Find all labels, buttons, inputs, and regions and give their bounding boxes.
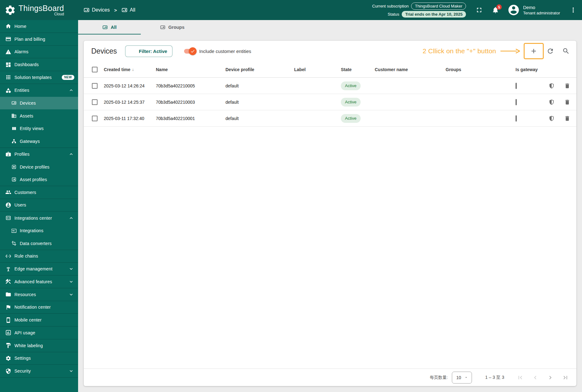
- device-profile-icon: [11, 164, 17, 170]
- annotation-text: 2 Cllick on the "+" button: [423, 47, 496, 55]
- cell-created-time: 2025-03-11 17:32:40: [104, 116, 156, 121]
- thingsboard-logo[interactable]: ThingsBoard Cloud: [4, 4, 64, 16]
- notifications-bell-icon[interactable]: 5: [492, 6, 499, 14]
- sidebar-item-label: Dashboards: [14, 62, 39, 67]
- select-all-checkbox[interactable]: [92, 67, 98, 72]
- sidebar-item-label: Plan and billing: [14, 37, 45, 42]
- user-info[interactable]: Demo Tenant administrator: [523, 5, 560, 15]
- cell-device-profile: default: [225, 83, 294, 88]
- sidebar-item-label: Devices: [20, 101, 36, 106]
- more-menu-icon[interactable]: [569, 6, 577, 14]
- delete-device-trash-icon[interactable]: [564, 83, 570, 89]
- previous-page-icon[interactable]: [532, 374, 539, 381]
- category-icon: [5, 87, 11, 93]
- sidebar-item-solution-templates[interactable]: Solution templatesNEW: [0, 71, 78, 84]
- subscription-chip[interactable]: ThingsBoard Cloud Maker: [411, 3, 466, 10]
- sidebar-item-devices[interactable]: Devices: [0, 97, 78, 110]
- tab-groups[interactable]: Groups: [141, 20, 204, 34]
- annotation-highlight-box: [524, 43, 544, 59]
- row-checkbox[interactable]: [92, 99, 98, 105]
- sidebar-item-plan-and-billing[interactable]: Plan and billing: [0, 33, 78, 46]
- breadcrumb-all[interactable]: All: [130, 7, 135, 13]
- refresh-button[interactable]: [547, 47, 554, 55]
- sidebar-item-notification-center[interactable]: Notification center: [0, 301, 78, 314]
- sidebar-item-asset-profiles[interactable]: Asset profiles: [0, 173, 78, 186]
- sidebar-item-device-profiles[interactable]: Device profiles: [0, 160, 78, 173]
- last-page-icon[interactable]: [562, 374, 569, 381]
- user-name: Demo: [523, 5, 560, 10]
- sidebar-item-label: Entity views: [20, 126, 44, 131]
- sidebar-item-rule-chains[interactable]: Rule chains: [0, 250, 78, 263]
- column-header-customer-name[interactable]: Customer name: [375, 67, 446, 72]
- state-badge: Active: [341, 98, 361, 107]
- sidebar-item-profiles[interactable]: Profiles: [0, 148, 78, 161]
- column-header-groups[interactable]: Groups: [446, 67, 516, 72]
- sidebar-item-dashboards[interactable]: Dashboards: [0, 58, 78, 71]
- manage-credentials-shield-icon[interactable]: [548, 83, 555, 89]
- sidebar-item-white-labeling[interactable]: White labeling: [0, 339, 78, 352]
- fullscreen-icon[interactable]: [475, 6, 483, 14]
- delete-device-trash-icon[interactable]: [564, 115, 570, 122]
- filter-button[interactable]: Filter: Active: [125, 45, 172, 57]
- badge-card-icon: [5, 151, 11, 157]
- column-header-label[interactable]: Label: [294, 67, 341, 72]
- sidebar-item-integrations[interactable]: Integrations: [0, 224, 78, 237]
- sidebar-item-home[interactable]: Home: [0, 20, 78, 33]
- sidebar-item-alarms[interactable]: Alarms: [0, 46, 78, 59]
- sidebar-item-mobile-center[interactable]: Mobile center: [0, 314, 78, 327]
- all-breadcrumb-icon: [121, 7, 128, 13]
- device-row-70b3d5a402210001[interactable]: 2025-03-11 17:32:4070b3d5a402210001defau…: [84, 110, 576, 127]
- sidebar-item-assets[interactable]: Assets: [0, 109, 78, 122]
- column-header-name[interactable]: Name: [156, 67, 225, 72]
- sidebar-item-label: Asset profiles: [20, 177, 47, 182]
- delete-device-trash-icon[interactable]: [564, 99, 570, 105]
- device-row-70b3d5a402210005[interactable]: 2025-03-12 14:26:2470b3d5a402210005defau…: [84, 78, 576, 94]
- sidebar-item-advanced-features[interactable]: Advanced features: [0, 275, 78, 288]
- sort-desc-icon: ↓: [132, 67, 134, 72]
- sidebar-item-edge-management[interactable]: Edge management: [0, 263, 78, 275]
- state-badge: Active: [341, 81, 361, 90]
- row-checkbox[interactable]: [92, 116, 98, 121]
- device-row-70b3d5a402210003[interactable]: 2025-03-12 14:25:3770b3d5a402210003defau…: [84, 94, 576, 110]
- sidebar-item-security[interactable]: Security: [0, 365, 78, 378]
- include-customer-entities-toggle[interactable]: [184, 49, 196, 54]
- sidebar-item-entities[interactable]: Entities: [0, 84, 78, 97]
- column-header-label: Created time: [104, 67, 130, 72]
- column-header-label: Groups: [446, 67, 461, 72]
- sidebar-item-integrations-center[interactable]: Integrations center: [0, 212, 78, 224]
- breadcrumb-devices[interactable]: Devices: [92, 7, 110, 13]
- sidebar-item-customers[interactable]: Customers: [0, 186, 78, 199]
- sidebar-item-api-usage[interactable]: API usage: [0, 327, 78, 339]
- antenna-icon: [5, 266, 11, 272]
- sidebar-item-data-converters[interactable]: Data converters: [0, 237, 78, 250]
- is-gateway-checkbox[interactable]: [516, 99, 517, 105]
- column-header-label: Label: [294, 67, 306, 72]
- first-page-icon[interactable]: [517, 374, 524, 381]
- sidebar-item-gateways[interactable]: Gateways: [0, 135, 78, 148]
- manage-credentials-shield-icon[interactable]: [548, 99, 555, 105]
- next-page-icon[interactable]: [547, 374, 554, 381]
- column-header-device-profile[interactable]: Device profile: [225, 67, 294, 72]
- search-button[interactable]: [562, 47, 570, 55]
- row-checkbox[interactable]: [92, 83, 98, 89]
- is-gateway-checkbox[interactable]: [516, 83, 517, 89]
- column-header-created-time[interactable]: Created time↓: [104, 67, 156, 72]
- tab-all[interactable]: All: [78, 20, 141, 34]
- pagination-bar: 每页数量: 10 1 – 3 至 3: [84, 368, 576, 386]
- is-gateway-checkbox[interactable]: [516, 115, 517, 122]
- sidebar-item-entity-views[interactable]: Entity views: [0, 122, 78, 135]
- manage-credentials-shield-icon[interactable]: [548, 115, 555, 122]
- devices-toolbar: Devices Filter: Active Include customer …: [84, 41, 576, 61]
- sidebar-item-users[interactable]: Users: [0, 199, 78, 212]
- add-device-button[interactable]: [530, 47, 537, 55]
- tab-bar: AllGroups: [78, 20, 582, 34]
- items-per-page-select[interactable]: 10: [452, 372, 472, 384]
- sidebar-item-settings[interactable]: Settings: [0, 352, 78, 365]
- column-header-is-gateway[interactable]: Is gateway: [516, 67, 548, 72]
- sidebar-item-resources[interactable]: Resources: [0, 288, 78, 301]
- avatar[interactable]: [507, 4, 520, 16]
- thingsboard-gear-logo-icon: [4, 4, 16, 16]
- column-header-label: Is gateway: [516, 67, 538, 72]
- column-header-state[interactable]: State: [341, 67, 375, 72]
- asset-profile-icon: [11, 177, 17, 182]
